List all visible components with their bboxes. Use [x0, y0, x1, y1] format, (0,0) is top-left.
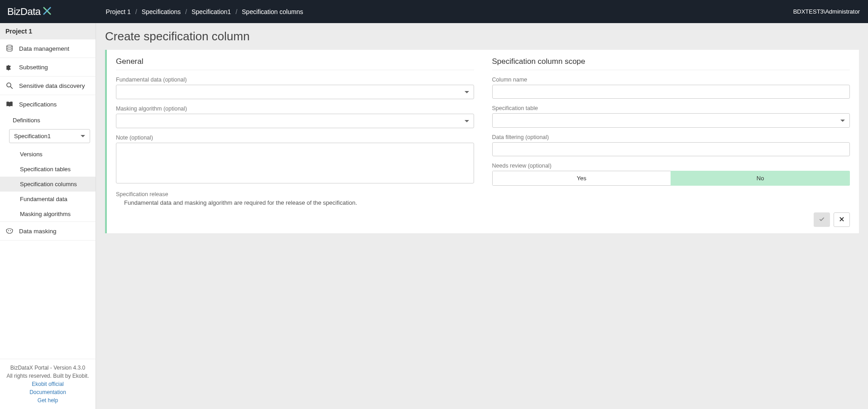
chevron-down-icon [840, 120, 845, 122]
masking-algorithm-select[interactable] [116, 114, 474, 128]
form-actions [116, 212, 850, 227]
sidebar-item-label: Data masking [19, 228, 57, 235]
sidebar-item-label: Sensitive data discovery [19, 82, 85, 89]
spec-release-label: Specification release [116, 191, 474, 197]
sidebar-sub-versions[interactable]: Versions [0, 147, 96, 162]
sidebar-item-subsetting[interactable]: Subsetting [0, 58, 96, 77]
footer-version: BizDataX Portal - Version 4.3.0 [5, 364, 91, 372]
panel-scope-heading: Specification column scope [492, 57, 850, 70]
needs-review-toggle: Yes No [492, 171, 850, 186]
data-filter-input[interactable] [492, 142, 850, 156]
breadcrumb-item-2[interactable]: Specification1 [192, 8, 231, 15]
sidebar-sub-columns[interactable]: Specification columns [0, 177, 96, 192]
panel-scope: Specification column scope Column name S… [492, 57, 850, 206]
footer-rights: All rights reserved. Built by Ekobit. [5, 372, 91, 380]
logo-text: BizData [7, 6, 41, 18]
sidebar-footer: BizDataX Portal - Version 4.3.0 All righ… [0, 359, 96, 409]
footer-link-documentation[interactable]: Documentation [5, 388, 91, 396]
content-area: Create specification column General Fund… [96, 23, 868, 409]
breadcrumb-item-3[interactable]: Specification columns [242, 8, 303, 15]
form-card: General Fundamental data (optional) Mask… [105, 50, 859, 233]
breadcrumb-separator: / [185, 8, 187, 15]
breadcrumb: Project 1 / Specifications / Specificati… [106, 8, 303, 15]
logo[interactable]: BizData [7, 5, 53, 18]
save-button[interactable] [814, 212, 830, 227]
search-icon [5, 82, 14, 90]
breadcrumb-item-0[interactable]: Project 1 [106, 8, 131, 15]
sidebar-item-sensitive-discovery[interactable]: Sensitive data discovery [0, 77, 96, 95]
check-icon [819, 216, 825, 224]
breadcrumb-separator: / [235, 8, 237, 15]
needs-review-no[interactable]: No [671, 171, 850, 186]
column-name-input[interactable] [492, 85, 850, 99]
chevron-down-icon [465, 120, 469, 122]
sidebar-sub-fundamental[interactable]: Fundamental data [0, 192, 96, 207]
sidebar-item-label: Specifications [19, 101, 57, 108]
user-label[interactable]: BDXTEST3\Administrator [793, 8, 860, 15]
needs-review-yes[interactable]: Yes [492, 171, 671, 186]
svg-point-0 [7, 45, 12, 48]
svg-point-3 [8, 230, 9, 231]
sidebar-item-data-masking[interactable]: Data masking [0, 222, 96, 241]
book-icon [5, 100, 14, 108]
column-name-label: Column name [492, 77, 850, 83]
breadcrumb-separator: / [135, 8, 137, 15]
spec-table-select[interactable] [492, 113, 850, 128]
sidebar-item-data-management[interactable]: Data management [0, 39, 96, 58]
sidebar-spec-select[interactable]: Specification1 [9, 129, 90, 143]
note-label: Note (optional) [116, 135, 474, 141]
breadcrumb-item-1[interactable]: Specifications [142, 8, 181, 15]
sidebar-sub-tables[interactable]: Specification tables [0, 162, 96, 177]
footer-link-ekobit[interactable]: Ekobit official [5, 380, 91, 388]
chevron-down-icon [465, 91, 469, 93]
data-filter-label: Data filtering (optional) [492, 134, 850, 140]
spec-release-text: Fundamental data and masking algorithm a… [116, 199, 474, 206]
page-title: Create specification column [105, 29, 859, 43]
spec-table-label: Specification table [492, 105, 850, 111]
topbar: BizData Project 1 / Specifications / Spe… [0, 0, 868, 23]
svg-point-1 [7, 83, 11, 87]
logo-x-icon [42, 5, 53, 18]
chevron-down-icon [81, 135, 85, 137]
sidebar-item-label: Subsetting [19, 64, 48, 71]
panel-general-heading: General [116, 57, 474, 70]
close-icon [839, 216, 845, 224]
cancel-button[interactable] [834, 212, 850, 227]
mask-icon [5, 227, 14, 235]
footer-link-get-help[interactable]: Get help [5, 396, 91, 404]
sidebar-sub-masking-algorithms[interactable]: Masking algorithms [0, 207, 96, 222]
panel-general: General Fundamental data (optional) Mask… [116, 57, 474, 206]
sidebar-item-specifications[interactable]: Specifications [0, 95, 96, 113]
database-icon [5, 44, 14, 53]
masking-algorithm-label: Masking algorithm (optional) [116, 106, 474, 112]
puzzle-icon [5, 63, 14, 71]
sidebar-spec-select-value: Specification1 [14, 133, 51, 140]
note-textarea[interactable] [116, 143, 474, 183]
svg-point-4 [10, 230, 11, 231]
sidebar: Project 1 Data management Subsetting Sen… [0, 23, 96, 409]
sidebar-item-label: Data management [19, 45, 69, 52]
fundamental-data-label: Fundamental data (optional) [116, 77, 474, 83]
sidebar-project-header: Project 1 [0, 23, 96, 39]
svg-line-2 [10, 87, 13, 89]
needs-review-label: Needs review (optional) [492, 163, 850, 169]
fundamental-data-select[interactable] [116, 85, 474, 99]
sidebar-sub-definitions[interactable]: Definitions [0, 113, 96, 127]
